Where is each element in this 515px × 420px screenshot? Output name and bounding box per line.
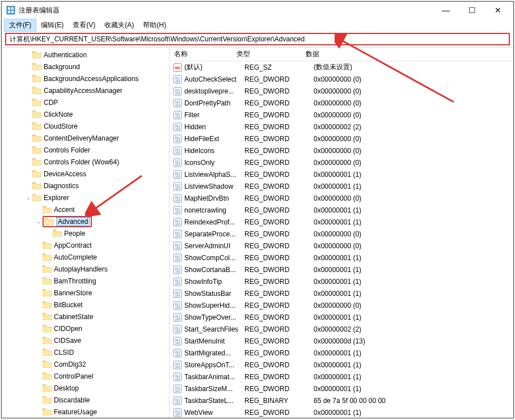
tree-item-bitbucket[interactable]: BitBucket [2,299,169,311]
value-name: HideFileExt [184,135,243,143]
tree-item-advanced[interactable]: ⌵Advanced [2,215,169,227]
value-row[interactable]: 011110ShowStatusBarREG_DWORD0x00000001 (… [170,287,513,299]
tree-item-cloudstore[interactable]: CloudStore [2,120,169,132]
value-row[interactable]: 011110ReindexedProf...REG_DWORD0x0000000… [170,216,513,228]
col-header-data[interactable]: 数据 [301,48,513,61]
value-row[interactable]: 011110ShowInfoTipREG_DWORD0x00000001 (1) [170,275,513,287]
tree-item-people[interactable]: People [2,227,169,239]
tree-item-desktop[interactable]: Desktop [2,382,169,394]
tree-item-clsid[interactable]: CLSID [2,346,169,358]
value-row[interactable]: 011110HiddenREG_DWORD0x00000002 (2) [170,121,513,133]
tree-label: People [64,230,85,237]
value-row[interactable]: 011110TaskbarStateL...REG_BINARY65 de 7a… [170,394,513,406]
value-type: REG_DWORD [243,373,313,381]
tree-item-cidsave[interactable]: CIDSave [2,334,169,346]
tree-item-autocomplete[interactable]: AutoComplete [2,251,169,263]
maximize-button[interactable]: ☐ [459,2,485,19]
value-row[interactable]: 011110ListviewAlphaS...REG_DWORD0x000000… [170,168,513,180]
tree-item-contentdeliverymanager[interactable]: ContentDeliveryManager [2,132,169,144]
tree-item-deviceaccess[interactable]: DeviceAccess [2,168,169,180]
value-row[interactable]: 011110StartMenuInitREG_DWORD0x0000000d (… [170,335,513,347]
tree-item-controls-folder-wow64-[interactable]: Controls Folder (Wow64) [2,156,169,168]
folder-icon [32,75,41,82]
menu-edit[interactable]: 编辑(E) [36,19,68,31]
titlebar[interactable]: 注册表编辑器 — ☐ ✕ [2,2,513,19]
tree-item-capabilityaccessmanager[interactable]: CapabilityAccessManager [2,84,169,96]
value-row[interactable]: 011110Start_SearchFilesREG_DWORD0x000000… [170,323,513,335]
minimize-button[interactable]: — [433,2,459,19]
svg-text:110: 110 [175,127,180,130]
menu-favorites[interactable]: 收藏夹(A) [100,19,138,31]
tree-pane[interactable]: AuthenticationBackgroundBackgroundAccess… [2,48,170,418]
tree-item-controls-folder[interactable]: Controls Folder [2,144,169,156]
value-row[interactable]: 011110ShowCortanaB...REG_DWORD0x00000001… [170,264,513,275]
regedit-window: 注册表编辑器 — ☐ ✕ 文件(F) 编辑(E) 查看(V) 收藏夹(A) 帮助… [1,1,514,418]
tree-item-background[interactable]: Background [2,61,169,73]
tree-item-controlpanel[interactable]: ControlPanel [2,370,169,382]
menu-file[interactable]: 文件(F) [4,19,36,32]
tree-item-bamthrottling[interactable]: BamThrottling [2,275,169,287]
tree-item-cidopen[interactable]: CIDOpen [2,323,169,334]
value-type: REG_DWORD [243,266,313,274]
tree-item-comdlg32[interactable]: ComDlg32 [2,358,169,370]
value-type: REG_DWORD [243,171,313,179]
close-button[interactable]: ✕ [485,2,511,19]
folder-icon [43,360,52,368]
value-row[interactable]: 011110WebViewREG_DWORD0x00000001 (1) [170,406,513,418]
svg-text:110: 110 [175,353,180,357]
value-row[interactable]: ab(默认)REG_SZ(数值未设置) [170,61,513,73]
value-row[interactable]: 011110MapNetDrvBtnREG_DWORD0x00000000 (0… [170,192,513,204]
value-row[interactable]: 011110StoreAppsOnT...REG_DWORD0x00000001… [170,359,513,371]
folder-icon [43,289,52,296]
menu-view[interactable]: 查看(V) [68,19,100,31]
tree-item-explorer[interactable]: ⌵Explorer [2,192,169,203]
value-row[interactable]: 011110TaskbarAnimat...REG_DWORD0x0000000… [170,371,513,383]
value-type: REG_DWORD [243,361,313,369]
folder-icon [43,301,52,308]
binary-value-icon: 011110 [173,289,182,298]
value-row[interactable]: 011110SeparateProce...REG_DWORD0x0000000… [170,228,513,240]
expander-icon[interactable]: ⌵ [24,194,32,201]
value-row[interactable]: 011110FilterREG_DWORD0x00000000 (0) [170,109,513,121]
value-row[interactable]: 011110TaskbarSizeM...REG_DWORD0x00000001… [170,383,513,394]
value-row[interactable]: 011110HideIconsREG_DWORD0x00000000 (0) [170,145,513,156]
tree-item-discardable[interactable]: Discardable [2,394,169,406]
tree-item-cdp[interactable]: CDP [2,96,169,108]
value-row[interactable]: 011110HideFileExtREG_DWORD0x00000000 (0) [170,133,513,145]
tree-item-appcontract[interactable]: AppContract [2,239,169,251]
tree-item-backgroundaccessapplications[interactable]: BackgroundAccessApplications [2,73,169,84]
value-type: REG_DWORD [243,385,313,393]
menu-help[interactable]: 帮助(H) [138,19,171,31]
tree-item-authentication[interactable]: Authentication [2,49,169,61]
address-bar[interactable] [5,33,510,45]
value-row[interactable]: 011110desktoplivepre...REG_DWORD0x000000… [170,85,513,97]
tree-item-accent[interactable]: Accent [2,203,169,215]
value-row[interactable]: 011110IconsOnlyREG_DWORD0x00000000 (0) [170,156,513,168]
value-type: REG_DWORD [243,87,313,95]
value-row[interactable]: 011110ShowCompCol...REG_DWORD0x00000001 … [170,252,513,264]
tree-item-diagnostics[interactable]: Diagnostics [2,180,169,192]
tree-item-bannerstore[interactable]: BannerStore [2,287,169,299]
tree-item-cabinetstate[interactable]: CabinetState [2,311,169,323]
value-row[interactable]: 011110ShowTypeOver...REG_DWORD0x00000001… [170,311,513,323]
value-row[interactable]: 011110ListviewShadowREG_DWORD0x00000001 … [170,180,513,192]
expander-icon[interactable]: ⌵ [35,218,43,224]
tree-label: AutoplayHandlers [54,265,108,273]
value-row[interactable]: 011110DontPrettyPathREG_DWORD0x00000000 … [170,97,513,109]
binary-value-icon: 011110 [173,360,182,370]
tree-item-autoplayhandlers[interactable]: AutoplayHandlers [2,263,169,275]
binary-value-icon: 011110 [173,325,182,334]
tree-item-featureusage[interactable]: FeatureUsage [2,406,169,418]
folder-icon [43,313,52,320]
value-list[interactable]: ab(默认)REG_SZ(数值未设置)011110AutoCheckSelect… [170,61,513,418]
col-header-type[interactable]: 类型 [232,48,301,61]
value-row[interactable]: 011110ServerAdminUIREG_DWORD0x00000000 (… [170,240,513,252]
tree-item-clicknote[interactable]: ClickNote [2,108,169,120]
col-header-name[interactable]: 名称 [170,48,232,61]
value-row[interactable]: 011110AutoCheckSelectREG_DWORD0x00000000… [170,73,513,85]
svg-text:110: 110 [175,246,180,249]
column-headers: 名称 类型 数据 [170,48,513,61]
value-row[interactable]: 011110ShowSuperHid...REG_DWORD0x00000000… [170,299,513,311]
value-row[interactable]: 011110StartMigrated...REG_DWORD0x0000000… [170,347,513,359]
value-row[interactable]: 011110nonetcrawlingREG_DWORD0x00000001 (… [170,204,513,216]
